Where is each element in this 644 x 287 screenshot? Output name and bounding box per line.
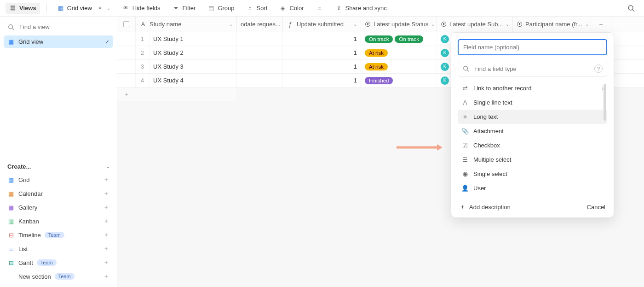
col-label: Participant name (fr... <box>525 21 582 28</box>
sort-label: Sort <box>257 5 268 12</box>
field-type-single-select[interactable]: ◉Single select <box>458 167 607 181</box>
field-type-attachment[interactable]: 📎Attachment <box>458 124 607 138</box>
field-type-label: User <box>473 185 486 192</box>
field-type-long-text[interactable]: ≡Long text <box>458 110 607 124</box>
cell-update-request[interactable] <box>237 74 283 87</box>
row-height-button[interactable]: ≡ <box>312 3 327 13</box>
status-badge: At risk <box>365 63 388 70</box>
select-all-header[interactable] <box>117 17 136 32</box>
create-item-calendar[interactable]: ▦Calendar＋ <box>4 187 113 200</box>
field-type-list[interactable]: ⇄Link to another record›ASingle line tex… <box>458 81 607 195</box>
col-participant[interactable]: ⦿ Participant name (fr... ⌄ <box>513 17 591 32</box>
field-type-user[interactable]: 👤User <box>458 181 607 195</box>
row-select[interactable] <box>117 60 136 73</box>
row-select[interactable] <box>117 74 136 87</box>
search-button[interactable] <box>624 3 638 14</box>
group-label: Group <box>218 5 234 12</box>
filter-label: Filter <box>183 5 196 12</box>
create-item-gallery[interactable]: ▦Gallery＋ <box>4 200 113 214</box>
gantt-icon: ⊟ <box>7 259 15 266</box>
team-badge: Team <box>37 259 57 266</box>
create-item-label: New section <box>18 273 51 280</box>
find-view-search[interactable] <box>4 20 113 34</box>
create-label: Create... <box>7 163 31 170</box>
field-type-label: Checkbox <box>473 142 500 149</box>
col-label: Latest update Sub... <box>449 21 503 28</box>
sort-button[interactable]: ↕ Sort <box>243 3 271 13</box>
cell-latest-status[interactable]: Finished <box>361 74 437 87</box>
grid-icon: ▦ <box>57 5 64 12</box>
cancel-button[interactable]: Cancel <box>587 204 605 211</box>
field-type-multiple-select[interactable]: ☰Multiple select <box>458 152 607 167</box>
hide-fields-button[interactable]: 👁 Hide fields <box>119 3 164 13</box>
svg-point-4 <box>464 66 468 70</box>
col-label: Latest update Status <box>374 21 428 28</box>
field-type-popover: ? ⇄Link to another record›ASingle line t… <box>451 32 614 218</box>
color-button[interactable]: ◈ Color <box>276 3 307 13</box>
create-item-grid[interactable]: ▦Grid＋ <box>4 173 113 187</box>
grid-icon: ▦ <box>7 176 15 183</box>
cell-update-submitted[interactable]: 1 <box>283 46 361 59</box>
svg-point-2 <box>9 24 13 29</box>
col-latest-status[interactable]: ⦿ Latest update Status ⌄ <box>361 17 437 32</box>
cell-update-request[interactable] <box>237 60 283 73</box>
filter-button[interactable]: ⏷ Filter <box>169 3 200 13</box>
cell-update-submitted[interactable]: 1 <box>283 32 361 46</box>
col-study-name[interactable]: A Study name ⌄ <box>136 17 237 32</box>
team-badge: Team <box>55 273 75 280</box>
create-item-new-section[interactable]: New sectionTeam＋ <box>4 269 113 283</box>
field-type-search-input[interactable] <box>473 65 591 73</box>
cell-update-submitted[interactable]: 1 <box>283 74 361 87</box>
field-type-checkbox[interactable]: ☑Checkbox <box>458 138 607 152</box>
group-button[interactable]: ▤ Group <box>204 3 238 13</box>
create-item-list[interactable]: ≣List＋ <box>4 242 113 256</box>
check-icon: ✓ <box>105 39 109 45</box>
cell-study-name[interactable]: UX Study 4 <box>150 74 237 87</box>
col-latest-submitter[interactable]: ⦿ Latest update Sub... ⌄ <box>437 17 513 32</box>
field-type-single-line-text[interactable]: ASingle line text <box>458 95 607 110</box>
create-item-timeline[interactable]: ⊟TimelineTeam＋ <box>4 228 113 242</box>
row-select[interactable] <box>117 32 136 46</box>
plus-icon: ＋ <box>103 258 109 267</box>
gridview-dropdown[interactable]: ▦ Grid view ✧ ⌄ <box>53 3 114 13</box>
field-type-search[interactable]: ? <box>458 61 607 76</box>
col-update-submitted[interactable]: ƒ Update submitted ⌄ <box>283 17 361 32</box>
cell-latest-status[interactable]: At risk <box>361 60 437 73</box>
cell-latest-status[interactable]: At risk <box>361 46 437 59</box>
cell-study-name[interactable]: UX Study 3 <box>150 60 237 73</box>
create-item-kanban[interactable]: ▥Kanban＋ <box>4 214 113 228</box>
views-button[interactable]: ☰ Views <box>6 3 40 14</box>
lookup-icon: ⦿ <box>365 21 371 28</box>
cell-latest-status[interactable]: On trackOn track <box>361 32 437 46</box>
cell-update-request[interactable] <box>237 46 283 59</box>
cell-update-submitted[interactable]: 1 <box>283 60 361 73</box>
chevron-down-icon: ⌄ <box>106 164 109 169</box>
search-icon <box>462 65 470 72</box>
scrollbar[interactable] <box>604 84 606 121</box>
formula-icon: ƒ <box>287 21 294 28</box>
sidebar-view-grid[interactable]: ▦ Grid view ✓ <box>4 35 113 48</box>
col-update-request[interactable]: odate reques... ⌄ <box>237 17 283 32</box>
help-icon[interactable]: ? <box>594 64 603 73</box>
column-header-row: A Study name ⌄ odate reques... ⌄ ƒ Updat… <box>117 17 644 32</box>
add-column-button[interactable]: ＋ <box>591 17 611 32</box>
field-type-link-to-another-record[interactable]: ⇄Link to another record› <box>458 81 607 95</box>
status-badge: At risk <box>365 49 388 57</box>
create-item-label: Gallery <box>18 204 37 211</box>
row-number: 1 <box>136 32 150 46</box>
svg-line-3 <box>12 28 14 30</box>
plus-icon: ＋ <box>103 203 109 211</box>
add-row-button[interactable]: ＋ <box>117 88 136 101</box>
share-button[interactable]: ⇪ Share and sync <box>331 3 390 13</box>
create-section-header[interactable]: Create... ⌄ <box>4 160 113 173</box>
cell-update-request[interactable] <box>237 32 283 46</box>
row-select[interactable] <box>117 46 136 59</box>
create-item-gantt[interactable]: ⊟GanttTeam＋ <box>4 256 113 269</box>
find-view-input[interactable] <box>18 23 109 31</box>
field-name-input[interactable] <box>458 39 607 55</box>
cell-study-name[interactable]: UX Study 2 <box>150 46 237 59</box>
cell-study-name[interactable]: UX Study 1 <box>150 32 237 46</box>
add-description-button[interactable]: ＋ Add description <box>460 203 511 211</box>
search-icon <box>7 23 15 31</box>
team-badge: Team <box>45 232 64 238</box>
